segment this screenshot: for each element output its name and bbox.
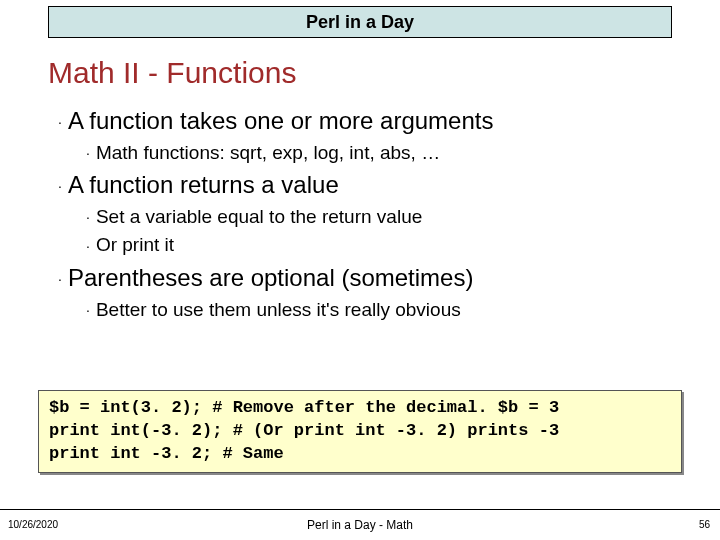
code-block: $b = int(3. 2); # Remove after the decim…	[38, 390, 682, 473]
bullet-dot-icon: ·	[58, 271, 62, 287]
bullet-dot-icon: ·	[86, 302, 90, 318]
footer-center: Perl in a Day - Math	[0, 518, 720, 532]
bullet-text: Set a variable equal to the return value	[96, 206, 422, 227]
bullet-dot-icon: ·	[86, 145, 90, 161]
bullet-text: Math functions: sqrt, exp, log, int, abs…	[96, 142, 440, 163]
bullet-dot-icon: ·	[86, 238, 90, 254]
bullet-level1: ·Parentheses are optional (sometimes)	[58, 261, 680, 295]
bullet-level2: ·Math functions: sqrt, exp, log, int, ab…	[86, 140, 680, 167]
bullet-text: A function takes one or more arguments	[68, 107, 494, 134]
bullet-dot-icon: ·	[58, 178, 62, 194]
bullet-text: Parentheses are optional (sometimes)	[68, 264, 474, 291]
slide-title: Math II - Functions	[48, 56, 296, 90]
header-title-bar: Perl in a Day	[48, 6, 672, 38]
bullet-dot-icon: ·	[58, 114, 62, 130]
header-title: Perl in a Day	[306, 12, 414, 33]
bullet-level2: ·Better to use them unless it's really o…	[86, 297, 680, 324]
bullet-level1: ·A function takes one or more arguments	[58, 104, 680, 138]
bullet-text: A function returns a value	[68, 171, 339, 198]
footer-divider	[0, 509, 720, 510]
bullet-dot-icon: ·	[86, 209, 90, 225]
bullet-text: Better to use them unless it's really ob…	[96, 299, 461, 320]
footer-page-number: 56	[699, 519, 710, 530]
bullet-level2: ·Or print it	[86, 232, 680, 259]
bullet-level2: ·Set a variable equal to the return valu…	[86, 204, 680, 231]
bullet-text: Or print it	[96, 234, 174, 255]
slide-content: ·A function takes one or more arguments …	[58, 104, 680, 325]
bullet-level1: ·A function returns a value	[58, 168, 680, 202]
